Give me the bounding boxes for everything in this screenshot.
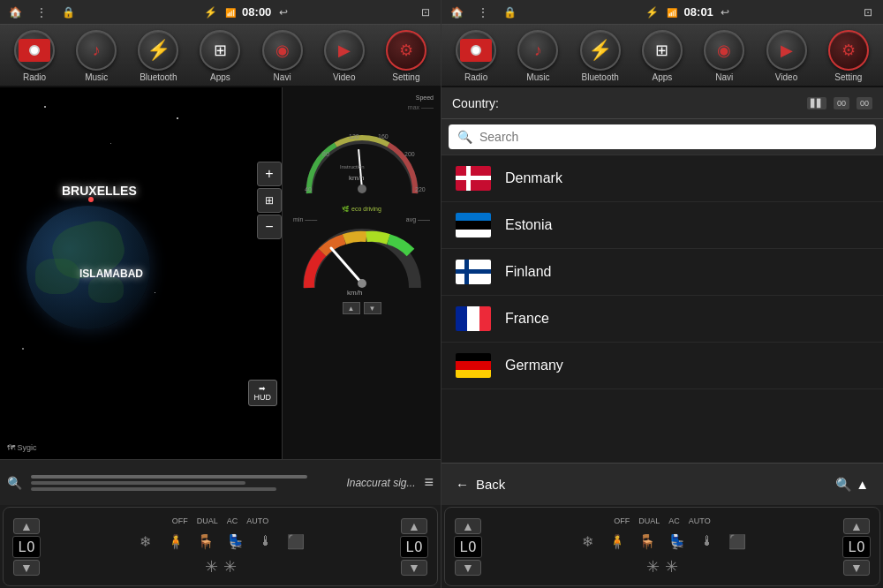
temp-left-display-right: LO <box>454 536 482 558</box>
bluetooth-icon-wrap-right: ⚡ <box>580 30 621 71</box>
temp-right-up-right[interactable]: ▲ <box>843 518 870 534</box>
seat-heat-icon-right[interactable]: 🪑 <box>635 529 660 554</box>
nav-apps-right[interactable]: ⊞ Apps <box>637 30 688 82</box>
small-controls: ▲ ▼ <box>343 302 381 314</box>
country-item-denmark[interactable]: Denmark <box>442 155 883 202</box>
defrost-icon-right[interactable]: ❄ <box>575 529 600 554</box>
nav-setting-right[interactable]: ⚙ Setting <box>823 30 874 82</box>
temp-left-up-right[interactable]: ▲ <box>455 518 481 534</box>
seat-heat-icon[interactable]: 🪑 <box>193 529 218 554</box>
temp-right-display: LO <box>400 536 428 558</box>
country-item-finland[interactable]: Finland <box>442 249 883 296</box>
radio-label-left: Radio <box>23 72 46 82</box>
radio-icon <box>19 39 50 62</box>
bluetooth-top-icon: ⚡ <box>202 4 218 20</box>
video-label-right: Video <box>775 72 797 82</box>
dual-label: DUAL <box>197 516 218 525</box>
nav-apps-left[interactable]: ⊞ Apps <box>194 30 245 82</box>
nav-video-right[interactable]: ▶ Video <box>761 30 812 82</box>
speed-label: Speed <box>286 94 437 101</box>
back-arrow-icon-right: ↩ <box>717 4 733 20</box>
nav-setting-left[interactable]: ⚙ Setting <box>381 30 432 82</box>
left-time-display: 08:00 <box>242 5 271 19</box>
flag-germany <box>456 353 491 378</box>
temp-left-down-right[interactable]: ▼ <box>455 560 481 576</box>
nav-navi-left[interactable]: ◉ Navi <box>257 30 308 82</box>
fan-row: ✳ ✳ <box>205 557 237 577</box>
svg-text:120: 120 <box>349 133 359 139</box>
signal-bar-1 <box>31 475 307 479</box>
vent-icon-right[interactable]: ⬛ <box>725 529 750 554</box>
grid-button[interactable]: ⊞ <box>257 188 282 213</box>
temp-right-down[interactable]: ▼ <box>401 560 427 576</box>
country-name-finland: Finland <box>505 264 551 280</box>
navi-icon-right: ◉ <box>717 41 731 60</box>
flag-denmark <box>456 166 491 191</box>
search-input-wrap[interactable]: 🔍 <box>449 124 876 149</box>
temp-right-control-right: ▲ LO ▼ <box>839 518 874 576</box>
temp-left-down[interactable]: ▼ <box>13 560 40 576</box>
small-arrow-down[interactable]: ▼ <box>364 302 381 314</box>
zoom-in-button[interactable]: + <box>257 162 282 186</box>
right-nav-bar: Radio ♪ Music ⚡ Bluetooth ⊞ Apps ◉ Navi <box>442 25 883 87</box>
ac2-icon[interactable]: 🌡 <box>253 529 278 554</box>
radio-label-right: Radio <box>464 72 487 82</box>
search-icon-left[interactable]: 🔍 <box>7 476 22 490</box>
music-icon-wrap-right: ♪ <box>517 30 558 71</box>
nav-music-right[interactable]: ♪ Music <box>512 30 563 82</box>
temp-right-down-right[interactable]: ▼ <box>843 560 870 576</box>
search-input[interactable] <box>479 130 867 144</box>
country-item-estonia[interactable]: Estonia <box>442 202 883 249</box>
zoom-out-button[interactable]: − <box>257 215 282 239</box>
apps-icon: ⊞ <box>214 41 227 60</box>
temp-right-control: ▲ LO ▼ <box>396 518 432 576</box>
seat-heat2-icon[interactable]: 💺 <box>223 529 248 554</box>
lock-icon: 🔒 <box>60 4 76 20</box>
climate-icons-right: ❄ 🧍 🪑 💺 🌡 ⬛ <box>575 529 750 554</box>
bluetooth-label-left: Bluetooth <box>140 72 177 82</box>
nav-navi-right[interactable]: ◉ Navi <box>698 30 750 82</box>
back-arrow-icon-nav: ← <box>456 477 469 492</box>
left-top-bar: 🏠 ⋮ 🔒 ⚡ 📶 08:00 ↩ ⊡ <box>0 0 441 25</box>
bluetooth-label-right: Bluetooth <box>582 72 619 82</box>
hud-button[interactable]: ➡ HUD <box>248 380 278 406</box>
menu-icon-left[interactable]: ≡ <box>424 473 434 492</box>
person-icon-right[interactable]: 🧍 <box>605 529 630 554</box>
country-item-france[interactable]: France <box>442 296 883 343</box>
ac2-icon-right[interactable]: 🌡 <box>695 529 720 554</box>
temp-left-display: LO <box>12 536 41 558</box>
search-button-right[interactable]: 🔍 ▲ <box>835 477 869 493</box>
seat-heat2-icon-right[interactable]: 💺 <box>665 529 690 554</box>
off-label: OFF <box>172 516 188 525</box>
nav-video-left[interactable]: ▶ Video <box>319 30 370 82</box>
apps-label-right: Apps <box>653 72 673 82</box>
setting-icon-wrap-right: ⚙ <box>828 30 869 71</box>
svg-text:km/h: km/h <box>349 174 364 182</box>
defrost-icon[interactable]: ❄ <box>133 529 158 554</box>
instrument-panel: Speed max —— 40 80 120 160 200 220 <box>282 87 441 459</box>
svg-text:80: 80 <box>322 151 329 157</box>
bottom-nav-right: ← Back 🔍 ▲ <box>442 463 883 505</box>
country-name-germany: Germany <box>505 358 563 373</box>
nav-radio-right[interactable]: Radio <box>450 30 502 82</box>
nav-radio-left[interactable]: Radio <box>9 30 60 82</box>
off-label-right: OFF <box>614 516 630 525</box>
small-arrow-up[interactable]: ▲ <box>343 302 360 314</box>
right-panel: 🏠 ⋮ 🔒 ⚡ 📶 08:01 ↩ ⊡ Radio ♪ Music ⚡ <box>442 0 883 588</box>
nav-bluetooth-right[interactable]: ⚡ Bluetooth <box>575 30 626 82</box>
temp-left-control-right: ▲ LO ▼ <box>450 518 486 576</box>
nav-bluetooth-left[interactable]: ⚡ Bluetooth <box>132 30 184 82</box>
apps-icon-right: ⊞ <box>655 41 668 60</box>
vent-icon[interactable]: ⬛ <box>283 529 308 554</box>
country-item-germany[interactable]: Germany <box>442 343 883 389</box>
house-icon-right: 🏠 <box>449 4 464 20</box>
temp-left-up[interactable]: ▲ <box>13 518 40 534</box>
svg-text:160: 160 <box>378 133 389 139</box>
wifi-icon: 📶 <box>223 4 238 20</box>
dots-icon: ⋮ <box>34 4 49 20</box>
nav-music-left[interactable]: ♪ Music <box>71 30 122 82</box>
person-icon[interactable]: 🧍 <box>163 529 188 554</box>
back-button[interactable]: ← Back <box>456 477 505 492</box>
temp-right-up[interactable]: ▲ <box>401 518 427 534</box>
inaccurat-text: Inaccurat sig... <box>346 477 415 489</box>
